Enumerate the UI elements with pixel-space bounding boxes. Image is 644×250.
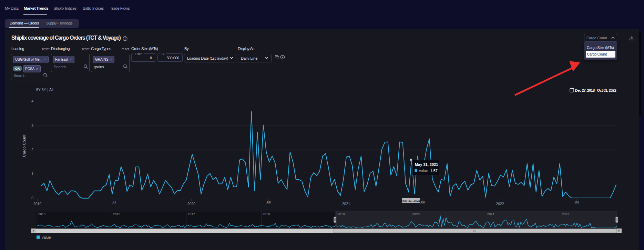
svg-text:Jul: Jul — [574, 200, 579, 204]
svg-text:4: 4 — [31, 99, 33, 103]
svg-text:3: 3 — [31, 123, 33, 128]
svg-text:2019: 2019 — [338, 212, 345, 216]
svg-text:3Y: 3Y — [42, 88, 46, 92]
svg-text:2019: 2019 — [33, 202, 42, 206]
svg-text:2021: 2021 — [342, 202, 350, 206]
svg-text:May 31, 2021: May 31, 2021 — [401, 199, 420, 202]
svg-text:2016: 2016 — [113, 212, 120, 216]
svg-text:1: 1 — [31, 172, 33, 176]
svg-text:May 31, 2021: May 31, 2021 — [415, 162, 438, 167]
svg-text:Cargo Count: Cargo Count — [22, 134, 26, 157]
svg-text:value: value — [42, 235, 51, 239]
svg-text:Jul: Jul — [420, 200, 425, 204]
svg-text:value: value — [419, 169, 428, 173]
svg-text:Dec 27, 2018 - Oct 01, 2022: Dec 27, 2018 - Oct 01, 2022 — [575, 88, 616, 92]
svg-text:0: 0 — [31, 196, 33, 200]
svg-text:2020: 2020 — [412, 212, 420, 216]
svg-text:1.57: 1.57 — [430, 169, 438, 173]
svg-text:2015: 2015 — [38, 212, 45, 216]
svg-text:2021: 2021 — [487, 212, 494, 216]
svg-text:5Y: 5Y — [36, 88, 41, 92]
svg-text:2022: 2022 — [562, 212, 569, 216]
svg-text:Jul: Jul — [266, 200, 270, 204]
svg-text:2018: 2018 — [263, 212, 270, 216]
svg-text:|: | — [47, 88, 48, 92]
svg-text:Jul: Jul — [112, 200, 116, 204]
svg-text:2: 2 — [31, 148, 33, 152]
svg-text:2020: 2020 — [187, 202, 196, 206]
svg-text:2017: 2017 — [188, 212, 195, 216]
svg-text:All: All — [49, 88, 53, 92]
svg-text:2022: 2022 — [496, 202, 504, 206]
